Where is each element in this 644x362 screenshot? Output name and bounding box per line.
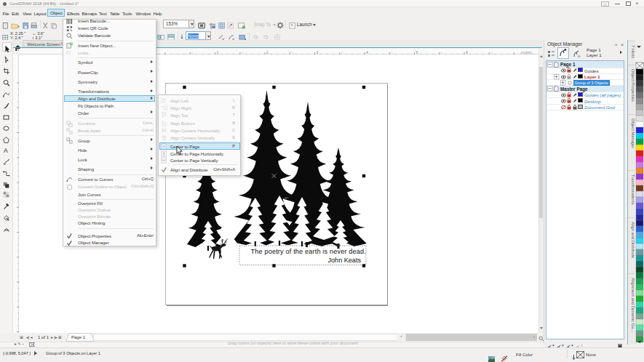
svg-text:4: 4 (366, 50, 368, 55)
svg-text:½: ½ (391, 51, 394, 55)
svg-text:½: ½ (490, 51, 493, 55)
svg-text:1: 1 (217, 50, 219, 55)
svg-text:½: ½ (440, 51, 443, 55)
svg-text:½: ½ (241, 51, 244, 55)
svg-text:John Keats: John Keats (328, 257, 362, 264)
svg-text:5: 5 (416, 50, 418, 55)
svg-text:inches: inches (521, 50, 532, 55)
svg-text:A: A (4, 147, 8, 154)
svg-text:½: ½ (341, 51, 343, 55)
svg-text:½: ½ (291, 51, 294, 55)
svg-text:6: 6 (466, 50, 468, 55)
svg-text:½: ½ (191, 51, 194, 55)
svg-text:The poetry of the earth is nev: The poetry of the earth is never dead. (251, 248, 367, 255)
svg-text:3: 3 (317, 50, 319, 55)
svg-text:o: o (578, 54, 581, 58)
svg-text:2: 2 (266, 50, 269, 55)
